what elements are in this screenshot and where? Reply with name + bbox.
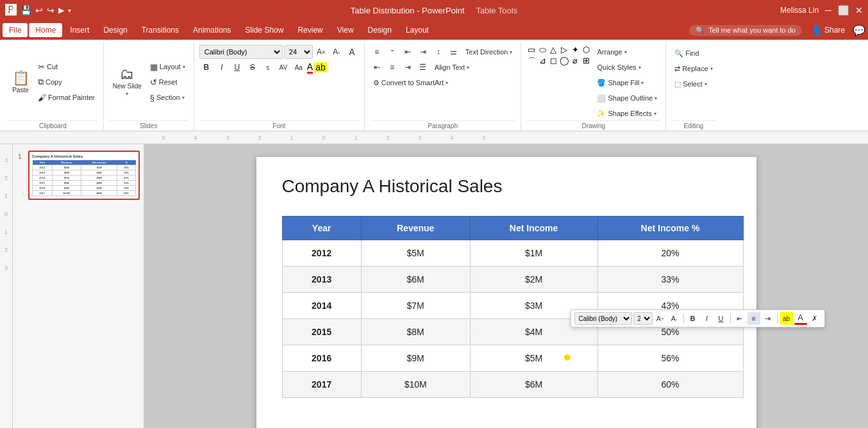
- columns-button[interactable]: ⚌: [447, 45, 461, 59]
- menu-file[interactable]: File: [3, 23, 28, 37]
- menu-review[interactable]: Review: [291, 23, 329, 37]
- menu-insert[interactable]: Insert: [63, 23, 96, 37]
- ft-align-left[interactable]: ⇤: [733, 312, 746, 325]
- spacing-button[interactable]: AV: [276, 60, 290, 74]
- slide-canvas[interactable]: Company A Historical Sales Calibri (Body…: [256, 157, 756, 428]
- ft-font-select[interactable]: Calibri (Body): [574, 312, 632, 325]
- arrange-button[interactable]: Arrange ▾: [594, 45, 660, 59]
- ft-font-color[interactable]: A: [794, 312, 807, 325]
- shape-8[interactable]: ⊿: [537, 56, 547, 67]
- ft-bold[interactable]: B: [687, 312, 699, 325]
- close-btn[interactable]: ✕: [855, 5, 863, 15]
- quick-styles-button[interactable]: Quick Styles ▾: [594, 60, 660, 74]
- canvas-area[interactable]: Company A Historical Sales Calibri (Body…: [144, 144, 868, 428]
- menu-design[interactable]: Design: [97, 23, 133, 37]
- ribbon-slides-group: 🗂 New Slide ▾ ▦ Layout ▾ ↺ Reset § Secti…: [104, 42, 194, 131]
- change-case-button[interactable]: Aa: [292, 60, 306, 74]
- menu-animations[interactable]: Animations: [187, 23, 237, 37]
- comments-icon[interactable]: 💬: [853, 24, 865, 37]
- qa-dropdown[interactable]: ▾: [68, 7, 71, 14]
- align-right-button[interactable]: ⇥: [401, 60, 415, 74]
- ft-highlight[interactable]: ab: [780, 312, 793, 325]
- ft-decrease-font[interactable]: A-: [668, 312, 681, 325]
- thumb-table: Year Revenue Net Income % 2012$5M$1M20%2…: [32, 160, 136, 196]
- shape-1[interactable]: ▭: [526, 45, 537, 55]
- font-family-select[interactable]: Calibri (Body): [199, 45, 283, 59]
- ft-align-right[interactable]: ⇥: [762, 312, 774, 325]
- ft-increase-font[interactable]: A+: [654, 312, 667, 325]
- format-painter-button[interactable]: 🖌 Format Painter: [35, 90, 98, 104]
- numbering-button[interactable]: ⁼: [385, 45, 399, 59]
- restore-btn[interactable]: ⬜: [838, 5, 849, 15]
- ft-underline[interactable]: U: [715, 312, 728, 325]
- cut-button[interactable]: ✂ Cut: [35, 60, 98, 74]
- bold-button[interactable]: B: [199, 60, 213, 74]
- align-left-button[interactable]: ⇤: [370, 60, 384, 74]
- ft-size-select[interactable]: 24: [633, 312, 653, 325]
- select-button[interactable]: ⬚ Select ▾: [671, 77, 715, 91]
- shape-10[interactable]: ◯: [559, 56, 569, 67]
- ruler-marks: 5 4 3 2 1 0 1 2 3 4 5: [147, 135, 868, 141]
- menu-search-box[interactable]: 🔍 Tell me what you want to do: [689, 25, 802, 36]
- menu-view[interactable]: View: [331, 23, 360, 37]
- strikethrough-button[interactable]: S: [246, 60, 260, 74]
- align-text-button[interactable]: Align Text ▾: [431, 60, 473, 74]
- menu-home[interactable]: Home: [29, 23, 62, 37]
- font-size-select[interactable]: 24: [284, 45, 313, 59]
- find-button[interactable]: 🔍 Find: [671, 46, 715, 60]
- underline-button[interactable]: U: [230, 60, 244, 74]
- share-button[interactable]: Share: [824, 26, 845, 35]
- shape-9[interactable]: ◻: [548, 56, 558, 67]
- line-spacing-button[interactable]: ↕: [431, 45, 446, 59]
- highlight-picker[interactable]: ab: [314, 62, 327, 72]
- menu-slideshow[interactable]: Slide Show: [238, 23, 290, 37]
- convert-smartart-button[interactable]: ⚙ Convert to SmartArt ▾: [370, 76, 451, 90]
- shape-4[interactable]: ▷: [559, 45, 569, 55]
- new-slide-button[interactable]: 🗂 New Slide ▾: [109, 63, 146, 101]
- shape-12[interactable]: ⊞: [581, 56, 591, 67]
- ft-clear[interactable]: ✗: [808, 312, 821, 325]
- decrease-font-button[interactable]: A-: [330, 45, 344, 59]
- qa-undo[interactable]: ↩: [35, 5, 43, 15]
- increase-indent-button[interactable]: ⇥: [416, 45, 430, 59]
- shape-7[interactable]: ⌒: [526, 56, 537, 67]
- text-direction-button[interactable]: Text Direction ▾: [462, 45, 516, 59]
- paste-button[interactable]: 📋 Paste: [8, 63, 33, 101]
- shape-effects-button[interactable]: ✨ Shape Effects ▾: [594, 106, 660, 120]
- resize-handle[interactable]: [564, 354, 571, 361]
- bullets-button[interactable]: ≡: [370, 45, 384, 59]
- minimize-btn[interactable]: ─: [825, 5, 831, 15]
- ft-italic[interactable]: I: [701, 312, 714, 325]
- new-slide-dropdown[interactable]: ▾: [126, 91, 128, 97]
- layout-button[interactable]: ▦ Layout ▾: [147, 60, 188, 74]
- reset-button[interactable]: ↺ Reset: [147, 75, 188, 89]
- shape-3[interactable]: △: [548, 45, 558, 55]
- justify-button[interactable]: ☰: [416, 60, 430, 74]
- shape-2[interactable]: ⬭: [537, 45, 547, 55]
- shape-outline-button[interactable]: ⬜ Shape Outline ▾: [594, 91, 660, 105]
- shadow-button[interactable]: s: [261, 60, 275, 74]
- clear-format-button[interactable]: A: [345, 45, 359, 59]
- qa-redo[interactable]: ↪: [47, 5, 54, 15]
- shape-11[interactable]: ⌀: [570, 56, 580, 67]
- copy-button[interactable]: ⧉ Copy: [35, 75, 98, 89]
- font-color-picker[interactable]: A: [307, 62, 313, 74]
- qa-save[interactable]: 💾: [21, 5, 31, 15]
- qa-present[interactable]: ▶: [58, 6, 64, 15]
- menu-transitions[interactable]: Transitions: [135, 23, 185, 37]
- increase-font-button[interactable]: A+: [314, 45, 328, 59]
- section-button[interactable]: § Section ▾: [147, 90, 188, 104]
- shape-5[interactable]: ✦: [570, 45, 580, 55]
- replace-button[interactable]: ⇄ Replace ▾: [671, 62, 715, 76]
- decrease-indent-button[interactable]: ⇤: [401, 45, 415, 59]
- italic-button[interactable]: I: [215, 60, 229, 74]
- shape-6[interactable]: ⬡: [581, 45, 591, 55]
- slide-thumbnail[interactable]: Company A Historical Sales Year Revenue …: [28, 151, 140, 200]
- data-table: Year Revenue Net Income Net Income % 201…: [282, 216, 744, 398]
- ft-align-center[interactable]: ≡: [747, 312, 760, 325]
- vertical-ruler: 3 2 1 0 1 2 3: [0, 144, 13, 428]
- shape-fill-button[interactable]: 🪣 Shape Fill ▾: [594, 76, 660, 90]
- menu-tabledesign[interactable]: Design: [362, 23, 398, 37]
- align-center-button[interactable]: ≡: [385, 60, 399, 74]
- menu-layout[interactable]: Layout: [399, 23, 435, 37]
